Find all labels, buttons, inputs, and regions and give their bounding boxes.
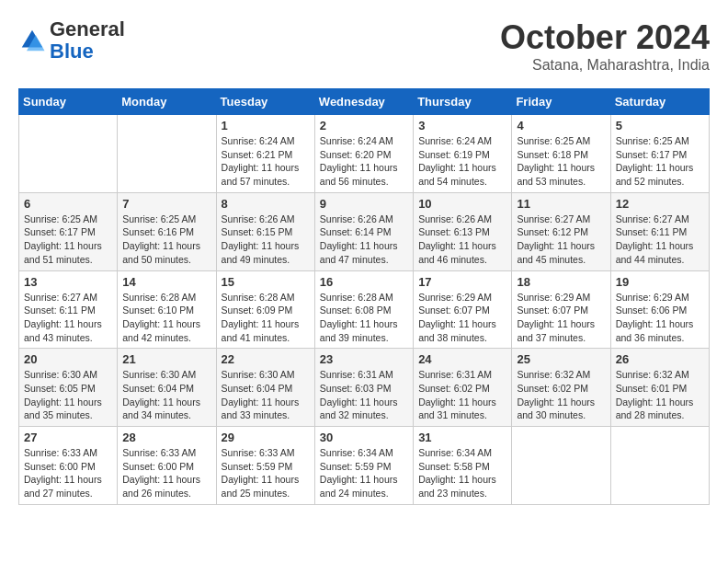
day-info: Sunrise: 6:34 AM Sunset: 5:59 PM Dayligh… bbox=[320, 446, 408, 500]
day-info: Sunrise: 6:26 AM Sunset: 6:15 PM Dayligh… bbox=[222, 213, 310, 267]
week-row-4: 27Sunrise: 6:33 AM Sunset: 6:00 PM Dayli… bbox=[19, 427, 710, 505]
title-area: October 2024 Satana, Maharashtra, India bbox=[500, 18, 710, 74]
header-cell-monday: Monday bbox=[118, 89, 216, 115]
day-cell: 3Sunrise: 6:24 AM Sunset: 6:19 PM Daylig… bbox=[414, 115, 512, 193]
day-number: 30 bbox=[320, 431, 408, 444]
day-info: Sunrise: 6:33 AM Sunset: 6:00 PM Dayligh… bbox=[122, 446, 210, 500]
day-cell: 2Sunrise: 6:24 AM Sunset: 6:20 PM Daylig… bbox=[314, 115, 413, 193]
day-info: Sunrise: 6:31 AM Sunset: 6:03 PM Dayligh… bbox=[320, 368, 408, 422]
day-number: 28 bbox=[122, 431, 210, 444]
day-cell: 15Sunrise: 6:28 AM Sunset: 6:09 PM Dayli… bbox=[216, 270, 314, 349]
day-cell: 31Sunrise: 6:34 AM Sunset: 5:58 PM Dayli… bbox=[414, 427, 512, 505]
logo-blue: Blue bbox=[50, 40, 125, 63]
logo-icon bbox=[18, 27, 46, 54]
day-cell: 4Sunrise: 6:25 AM Sunset: 6:18 PM Daylig… bbox=[512, 115, 610, 193]
day-cell: 20Sunrise: 6:30 AM Sunset: 6:05 PM Dayli… bbox=[19, 349, 118, 427]
day-info: Sunrise: 6:34 AM Sunset: 5:58 PM Dayligh… bbox=[418, 446, 506, 500]
day-cell: 14Sunrise: 6:28 AM Sunset: 6:10 PM Dayli… bbox=[118, 270, 216, 349]
day-info: Sunrise: 6:28 AM Sunset: 6:10 PM Dayligh… bbox=[122, 291, 210, 345]
week-row-2: 13Sunrise: 6:27 AM Sunset: 6:11 PM Dayli… bbox=[19, 270, 710, 349]
day-cell bbox=[19, 115, 118, 193]
day-info: Sunrise: 6:30 AM Sunset: 6:05 PM Dayligh… bbox=[24, 368, 112, 422]
page-header: General Blue October 2024 Satana, Mahara… bbox=[18, 18, 710, 74]
day-cell: 5Sunrise: 6:25 AM Sunset: 6:17 PM Daylig… bbox=[610, 115, 709, 193]
calendar-table: SundayMondayTuesdayWednesdayThursdayFrid… bbox=[18, 88, 710, 505]
day-cell: 6Sunrise: 6:25 AM Sunset: 6:17 PM Daylig… bbox=[19, 192, 118, 270]
month-title: October 2024 bbox=[500, 18, 710, 57]
day-number: 8 bbox=[222, 197, 310, 211]
day-number: 22 bbox=[222, 352, 310, 366]
calendar-header: SundayMondayTuesdayWednesdayThursdayFrid… bbox=[19, 89, 710, 115]
header-cell-thursday: Thursday bbox=[414, 89, 512, 115]
day-info: Sunrise: 6:24 AM Sunset: 6:19 PM Dayligh… bbox=[418, 134, 506, 189]
header-cell-friday: Friday bbox=[512, 89, 610, 115]
day-number: 20 bbox=[24, 352, 112, 366]
day-number: 24 bbox=[418, 352, 506, 366]
day-info: Sunrise: 6:29 AM Sunset: 6:07 PM Dayligh… bbox=[517, 291, 605, 345]
day-info: Sunrise: 6:33 AM Sunset: 6:00 PM Dayligh… bbox=[24, 446, 112, 500]
day-info: Sunrise: 6:24 AM Sunset: 6:21 PM Dayligh… bbox=[222, 134, 310, 189]
day-number: 6 bbox=[24, 197, 112, 211]
day-info: Sunrise: 6:30 AM Sunset: 6:04 PM Dayligh… bbox=[122, 368, 210, 422]
day-cell: 9Sunrise: 6:26 AM Sunset: 6:14 PM Daylig… bbox=[314, 192, 413, 270]
week-row-0: 1Sunrise: 6:24 AM Sunset: 6:21 PM Daylig… bbox=[19, 115, 710, 193]
day-cell: 8Sunrise: 6:26 AM Sunset: 6:15 PM Daylig… bbox=[216, 192, 314, 270]
day-number: 21 bbox=[122, 352, 210, 366]
day-info: Sunrise: 6:31 AM Sunset: 6:02 PM Dayligh… bbox=[418, 368, 506, 422]
day-info: Sunrise: 6:28 AM Sunset: 6:09 PM Dayligh… bbox=[222, 291, 310, 345]
day-cell: 7Sunrise: 6:25 AM Sunset: 6:16 PM Daylig… bbox=[118, 192, 216, 270]
day-number: 3 bbox=[418, 119, 506, 132]
day-number: 23 bbox=[320, 352, 408, 366]
day-cell: 24Sunrise: 6:31 AM Sunset: 6:02 PM Dayli… bbox=[414, 349, 512, 427]
week-row-1: 6Sunrise: 6:25 AM Sunset: 6:17 PM Daylig… bbox=[19, 192, 710, 270]
header-cell-tuesday: Tuesday bbox=[216, 89, 314, 115]
day-cell: 18Sunrise: 6:29 AM Sunset: 6:07 PM Dayli… bbox=[512, 270, 610, 349]
day-cell: 27Sunrise: 6:33 AM Sunset: 6:00 PM Dayli… bbox=[19, 427, 118, 505]
day-info: Sunrise: 6:27 AM Sunset: 6:11 PM Dayligh… bbox=[24, 291, 112, 345]
day-info: Sunrise: 6:24 AM Sunset: 6:20 PM Dayligh… bbox=[320, 134, 408, 189]
day-number: 13 bbox=[24, 275, 112, 289]
logo-text: General Blue bbox=[50, 18, 125, 63]
day-info: Sunrise: 6:29 AM Sunset: 6:06 PM Dayligh… bbox=[616, 291, 704, 345]
day-info: Sunrise: 6:32 AM Sunset: 6:01 PM Dayligh… bbox=[616, 368, 704, 422]
day-number: 19 bbox=[616, 275, 704, 289]
day-number: 17 bbox=[418, 275, 506, 289]
day-cell bbox=[118, 115, 216, 193]
day-number: 16 bbox=[320, 275, 408, 289]
day-cell: 10Sunrise: 6:26 AM Sunset: 6:13 PM Dayli… bbox=[414, 192, 512, 270]
day-number: 29 bbox=[222, 431, 310, 444]
day-info: Sunrise: 6:25 AM Sunset: 6:18 PM Dayligh… bbox=[517, 134, 605, 189]
day-number: 10 bbox=[418, 197, 506, 211]
day-cell: 12Sunrise: 6:27 AM Sunset: 6:11 PM Dayli… bbox=[610, 192, 709, 270]
day-cell: 28Sunrise: 6:33 AM Sunset: 6:00 PM Dayli… bbox=[118, 427, 216, 505]
day-info: Sunrise: 6:25 AM Sunset: 6:17 PM Dayligh… bbox=[616, 134, 704, 189]
day-cell: 16Sunrise: 6:28 AM Sunset: 6:08 PM Dayli… bbox=[314, 270, 413, 349]
day-number: 2 bbox=[320, 119, 408, 132]
day-number: 9 bbox=[320, 197, 408, 211]
header-cell-sunday: Sunday bbox=[19, 89, 118, 115]
day-cell: 1Sunrise: 6:24 AM Sunset: 6:21 PM Daylig… bbox=[216, 115, 314, 193]
header-cell-saturday: Saturday bbox=[610, 89, 709, 115]
header-row: SundayMondayTuesdayWednesdayThursdayFrid… bbox=[19, 89, 710, 115]
day-number: 14 bbox=[122, 275, 210, 289]
day-cell: 21Sunrise: 6:30 AM Sunset: 6:04 PM Dayli… bbox=[118, 349, 216, 427]
day-cell: 19Sunrise: 6:29 AM Sunset: 6:06 PM Dayli… bbox=[610, 270, 709, 349]
day-cell: 30Sunrise: 6:34 AM Sunset: 5:59 PM Dayli… bbox=[314, 427, 413, 505]
day-cell bbox=[512, 427, 610, 505]
day-info: Sunrise: 6:26 AM Sunset: 6:13 PM Dayligh… bbox=[418, 213, 506, 267]
day-cell: 11Sunrise: 6:27 AM Sunset: 6:12 PM Dayli… bbox=[512, 192, 610, 270]
header-cell-wednesday: Wednesday bbox=[314, 89, 413, 115]
day-info: Sunrise: 6:28 AM Sunset: 6:08 PM Dayligh… bbox=[320, 291, 408, 345]
day-number: 26 bbox=[616, 352, 704, 366]
day-info: Sunrise: 6:25 AM Sunset: 6:16 PM Dayligh… bbox=[122, 213, 210, 267]
day-cell: 23Sunrise: 6:31 AM Sunset: 6:03 PM Dayli… bbox=[314, 349, 413, 427]
day-cell: 22Sunrise: 6:30 AM Sunset: 6:04 PM Dayli… bbox=[216, 349, 314, 427]
day-info: Sunrise: 6:32 AM Sunset: 6:02 PM Dayligh… bbox=[517, 368, 605, 422]
day-cell: 17Sunrise: 6:29 AM Sunset: 6:07 PM Dayli… bbox=[414, 270, 512, 349]
day-info: Sunrise: 6:29 AM Sunset: 6:07 PM Dayligh… bbox=[418, 291, 506, 345]
day-number: 15 bbox=[222, 275, 310, 289]
day-cell bbox=[610, 427, 709, 505]
calendar-body: 1Sunrise: 6:24 AM Sunset: 6:21 PM Daylig… bbox=[19, 115, 710, 505]
day-info: Sunrise: 6:26 AM Sunset: 6:14 PM Dayligh… bbox=[320, 213, 408, 267]
day-number: 4 bbox=[517, 119, 605, 132]
